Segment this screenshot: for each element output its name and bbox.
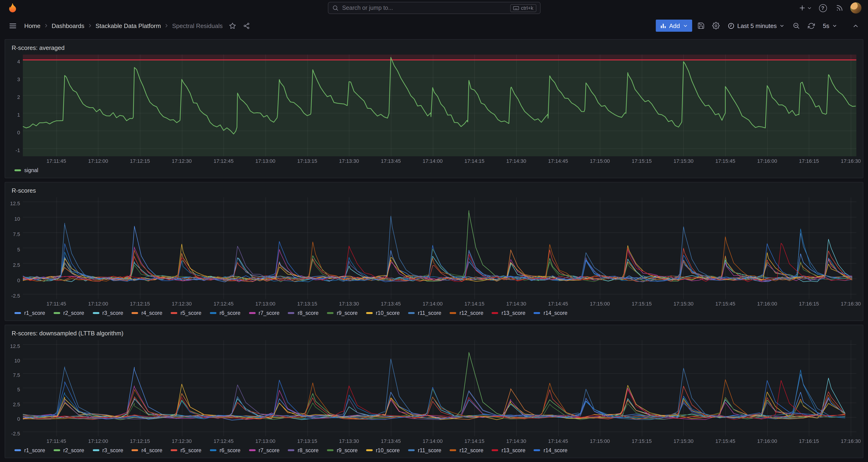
dashboard-settings-button[interactable] — [710, 20, 722, 32]
chart-canvas[interactable] — [23, 340, 856, 436]
save-dashboard-button[interactable] — [695, 20, 707, 32]
x-tick-label: 17:12:45 — [208, 301, 240, 306]
panel-title: R-scores: downsampled (LTTB algorithm) — [12, 330, 123, 337]
refresh-button[interactable] — [805, 20, 817, 32]
x-tick-label: 17:13:30 — [333, 158, 365, 164]
legend-item-r6_score[interactable]: r6_score — [210, 310, 241, 316]
legend-series-marker — [54, 312, 60, 314]
x-tick-label: 17:13:30 — [333, 301, 365, 306]
x-tick-label: 17:16:30 — [835, 301, 867, 306]
caret-down-icon — [807, 5, 812, 10]
zoom-out-button[interactable] — [790, 20, 802, 32]
legend-item-r6_score[interactable]: r6_score — [210, 448, 241, 453]
legend-item-r10_score[interactable]: r10_score — [366, 448, 400, 453]
chart-plot[interactable] — [23, 55, 856, 156]
chevron-right-icon — [43, 23, 49, 28]
legend-item-r3_score[interactable]: r3_score — [93, 448, 123, 453]
menu-toggle-button[interactable] — [6, 20, 19, 32]
legend-item-r14_score[interactable]: r14_score — [534, 448, 567, 453]
breadcrumb-dashboards[interactable]: Dashboards — [50, 21, 86, 30]
legend-item-r14_score[interactable]: r14_score — [534, 310, 567, 316]
panel-header[interactable]: R-scores: averaged — [5, 40, 863, 53]
chart-plot[interactable] — [23, 340, 856, 436]
legend-item-r5_score[interactable]: r5_score — [170, 448, 202, 453]
share-button[interactable] — [240, 20, 252, 32]
legend-item-r8_score[interactable]: r8_score — [288, 310, 319, 316]
x-tick-label: 17:16:30 — [835, 438, 867, 444]
x-tick-label: 17:14:00 — [417, 301, 448, 306]
legend-item-r2_score[interactable]: r2_score — [54, 448, 84, 453]
y-tick-label: 10 — [14, 358, 20, 363]
legend-series-marker — [210, 312, 216, 314]
legend-item-r9_score[interactable]: r9_score — [327, 448, 358, 453]
legend-series-marker — [327, 312, 333, 314]
legend-item-r3_score[interactable]: r3_score — [93, 310, 123, 316]
legend-series-marker — [93, 312, 99, 314]
legend-item-r7_score[interactable]: r7_score — [249, 448, 280, 453]
toolbar-right: Add Last 5 — [656, 19, 862, 32]
panel-title: R-scores: averaged — [12, 44, 65, 51]
search-input[interactable]: Search or jump to... ctrl+k — [328, 2, 540, 14]
time-range-picker[interactable]: Last 5 minutes — [724, 19, 787, 32]
chart-plot[interactable] — [23, 197, 856, 299]
x-tick-label: 17:12:45 — [208, 158, 240, 164]
x-tick-label: 17:14:15 — [459, 438, 490, 444]
legend-item-r7_score[interactable]: r7_score — [249, 310, 280, 316]
chart-canvas[interactable] — [23, 197, 856, 299]
legend-item-signal[interactable]: signal — [14, 167, 38, 173]
x-tick-label: 17:15:45 — [709, 438, 741, 444]
legend-item-r8_score[interactable]: r8_score — [288, 448, 319, 453]
top-nav-right: ? — [799, 2, 862, 14]
x-tick-label: 17:13:00 — [249, 301, 281, 306]
legend-series-label: r11_score — [418, 310, 441, 316]
keyboard-icon — [513, 5, 519, 11]
legend-item-r4_score[interactable]: r4_score — [132, 310, 162, 316]
y-axis: 12.5107.552.50-2.5 — [7, 197, 23, 308]
legend-item-r13_score[interactable]: r13_score — [492, 448, 525, 453]
y-tick-label: 12.5 — [10, 201, 20, 206]
panel-header[interactable]: R-scores: downsampled (LTTB algorithm) — [5, 325, 863, 338]
panel-header[interactable]: R-scores — [5, 182, 863, 195]
add-button[interactable]: Add — [656, 20, 692, 32]
legend-item-r10_score[interactable]: r10_score — [366, 310, 400, 316]
collapse-controls-button[interactable] — [849, 20, 862, 32]
legend-series-label: r14_score — [544, 448, 567, 453]
grafana-logo[interactable] — [6, 2, 19, 14]
legend-item-r1_score[interactable]: r1_score — [14, 310, 45, 316]
x-tick-label: 17:12:45 — [208, 438, 240, 444]
legend-item-r12_score[interactable]: r12_score — [450, 310, 483, 316]
legend-item-r1_score[interactable]: r1_score — [14, 448, 45, 453]
x-tick-label: 17:15:15 — [626, 301, 657, 306]
x-tick-label: 17:11:45 — [40, 158, 72, 164]
legend-item-r11_score[interactable]: r11_score — [408, 448, 441, 453]
news-button[interactable] — [834, 2, 846, 14]
menu-icon — [9, 22, 17, 30]
favorite-button[interactable] — [226, 20, 239, 32]
refresh-interval-picker[interactable]: 5s — [820, 19, 840, 32]
x-tick-label: 17:13:15 — [291, 438, 323, 444]
legend-item-r5_score[interactable]: r5_score — [170, 310, 202, 316]
legend-item-r13_score[interactable]: r13_score — [492, 310, 525, 316]
legend-series-marker — [14, 169, 21, 171]
time-range-label: Last 5 minutes — [737, 22, 777, 29]
breadcrumb-folder[interactable]: Stackable Data Platform — [94, 21, 163, 30]
chart-canvas[interactable] — [23, 55, 856, 156]
help-button[interactable]: ? — [817, 2, 829, 14]
x-tick-label: 17:16:00 — [751, 301, 783, 306]
legend-item-r12_score[interactable]: r12_score — [450, 448, 483, 453]
x-tick-label: 17:13:30 — [333, 438, 365, 444]
user-avatar[interactable] — [850, 2, 862, 13]
x-tick-label: 17:16:15 — [793, 301, 825, 306]
new-dropdown-button[interactable] — [799, 2, 812, 14]
legend: r1_scorer2_scorer3_scorer4_scorer5_score… — [5, 446, 863, 458]
x-tick-label: 17:16:30 — [835, 158, 867, 164]
legend-item-r11_score[interactable]: r11_score — [408, 310, 441, 316]
gear-icon — [712, 22, 719, 29]
legend-item-r2_score[interactable]: r2_score — [54, 310, 84, 316]
x-tick-label: 17:12:30 — [166, 438, 198, 444]
help-icon: ? — [819, 4, 827, 12]
breadcrumb-home[interactable]: Home — [22, 21, 42, 30]
legend-series-marker — [408, 450, 414, 451]
legend-item-r4_score[interactable]: r4_score — [132, 448, 162, 453]
legend-item-r9_score[interactable]: r9_score — [327, 310, 358, 316]
